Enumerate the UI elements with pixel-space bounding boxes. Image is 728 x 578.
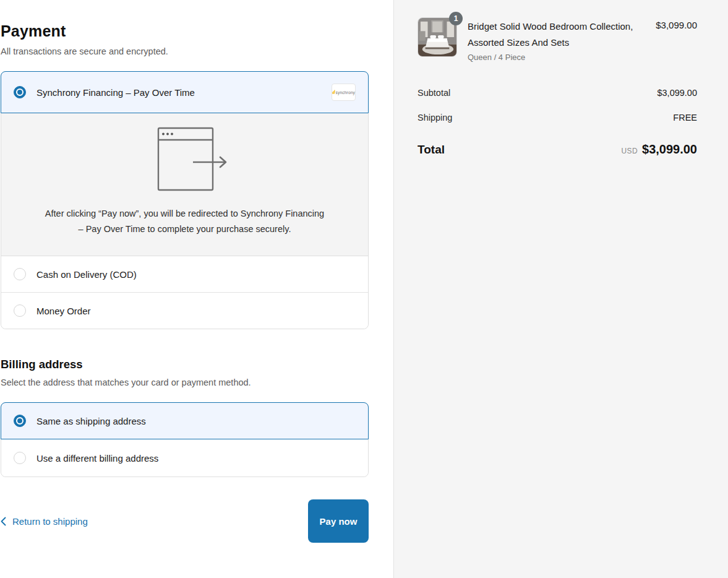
payment-option-label: Synchrony Financing – Pay Over Time [36, 87, 321, 98]
radio-selected-icon[interactable] [14, 415, 26, 427]
subtotal-row: Subtotal $3,099.00 [418, 88, 697, 98]
billing-option-label: Same as shipping address [36, 416, 356, 426]
payment-section: Payment All transactions are secure and … [0, 0, 393, 578]
synchrony-logo-text: synchrony [336, 90, 355, 95]
totals-block: Subtotal $3,099.00 Shipping FREE Total U… [418, 88, 697, 157]
payment-option-synchrony[interactable]: Synchrony Financing – Pay Over Time sync… [1, 71, 369, 113]
redirect-info-panel: After clicking “Pay now”, you will be re… [1, 113, 368, 256]
radio-unselected-icon[interactable] [14, 452, 26, 464]
subtotal-label: Subtotal [418, 88, 450, 98]
payment-option-cod[interactable]: Cash on Delivery (COD) [1, 256, 368, 293]
shipping-label: Shipping [418, 113, 452, 123]
product-variant: Queen / 4 Piece [468, 53, 645, 62]
cart-line-item: 1 Bridget Solid Wood Bedroom Collection,… [418, 17, 697, 62]
radio-unselected-icon[interactable] [14, 304, 26, 317]
total-label: Total [418, 143, 445, 157]
billing-option-label: Use a different billing address [36, 453, 356, 464]
redirect-notice: After clicking “Pay now”, you will be re… [45, 206, 325, 237]
payment-option-label: Money Order [36, 306, 356, 316]
synchrony-logo: synchrony [332, 84, 356, 101]
shipping-row: Shipping FREE [418, 113, 697, 123]
browser-redirect-icon [134, 123, 236, 196]
pay-now-button[interactable]: Pay now [308, 499, 369, 543]
currency-code: USD [621, 147, 638, 155]
subtotal-value: $3,099.00 [657, 88, 697, 98]
order-summary-sidebar: 1 Bridget Solid Wood Bedroom Collection,… [393, 0, 728, 578]
billing-option-different[interactable]: Use a different billing address [1, 439, 368, 477]
return-to-shipping-link[interactable]: Return to shipping [1, 516, 88, 527]
payment-subheading: All transactions are secure and encrypte… [1, 46, 369, 56]
checkout-footer: Return to shipping Pay now [1, 499, 369, 543]
radio-selected-icon[interactable] [14, 86, 26, 98]
shipping-value: FREE [673, 113, 697, 123]
billing-option-same[interactable]: Same as shipping address [1, 402, 369, 439]
billing-subheading: Select the address that matches your car… [1, 377, 369, 387]
return-link-label: Return to shipping [12, 516, 88, 527]
radio-unselected-icon[interactable] [14, 268, 26, 280]
total-amount: USD $3,099.00 [621, 142, 697, 157]
total-row: Total USD $3,099.00 [418, 142, 697, 157]
billing-address-group: Same as shipping address Use a different… [1, 402, 369, 477]
product-name: Bridget Solid Wood Bedroom Collection, A… [468, 19, 645, 51]
synchrony-spark-icon [332, 88, 335, 96]
payment-option-label: Cash on Delivery (COD) [36, 269, 356, 280]
total-value: $3,099.00 [642, 142, 697, 157]
payment-option-money-order[interactable]: Money Order [1, 293, 368, 329]
product-price: $3,099.00 [656, 17, 697, 62]
product-thumbnail: 1 [418, 17, 457, 57]
quantity-badge: 1 [449, 12, 463, 25]
payment-method-group: Synchrony Financing – Pay Over Time sync… [1, 71, 369, 329]
checkout-page: Payment All transactions are secure and … [0, 0, 728, 578]
payment-heading: Payment [1, 22, 369, 40]
chevron-left-icon [1, 517, 6, 526]
billing-heading: Billing address [1, 358, 369, 371]
product-info: Bridget Solid Wood Bedroom Collection, A… [468, 17, 645, 62]
